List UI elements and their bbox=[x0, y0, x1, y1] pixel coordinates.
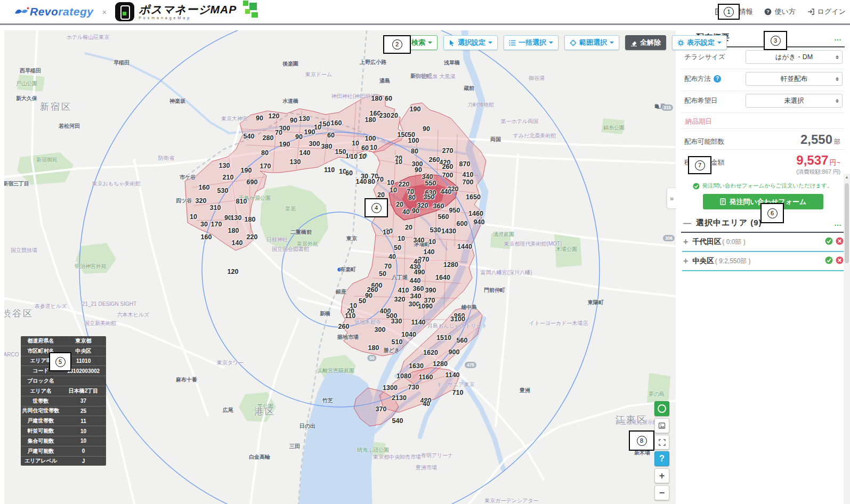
map-place-label: 東京 bbox=[346, 235, 357, 242]
area-count-label: 10 bbox=[370, 144, 377, 151]
map-place-label: 浜離宮恩賜庭園 bbox=[317, 367, 354, 375]
nav-label: ログイン bbox=[817, 7, 846, 17]
setting-select[interactable]: 未選択 bbox=[746, 94, 843, 108]
area-remove-button[interactable] bbox=[833, 256, 844, 266]
info-value: 10 bbox=[61, 438, 106, 444]
area-count-label: 550 bbox=[425, 180, 436, 187]
sidebar-collapse-tab[interactable]: » bbox=[667, 188, 676, 209]
price-value: 9,537 bbox=[796, 153, 828, 167]
ward-label: 新宿区 bbox=[40, 101, 72, 113]
overview-menu-button[interactable]: … bbox=[834, 34, 843, 42]
map-place-label: 神楽坂 bbox=[169, 97, 185, 105]
area-count-label: 10 bbox=[390, 186, 397, 194]
area-remove-button[interactable] bbox=[833, 237, 844, 247]
expand-plus-icon[interactable]: + bbox=[683, 256, 688, 266]
info-panel-row: ブロック名 bbox=[21, 376, 106, 386]
posmanage-logo[interactable]: ポスマネージMAP PosmanageMap bbox=[115, 2, 237, 21]
map-place-label: 御谷湯 bbox=[529, 75, 545, 82]
area-count-label: 510 bbox=[392, 338, 403, 346]
map-place-label: 東陽町 bbox=[588, 299, 604, 306]
annotation-marker-2: 2 bbox=[383, 35, 411, 54]
toolbar-target-button[interactable]: 範囲選択 bbox=[564, 35, 619, 50]
area-count-label: 190 bbox=[241, 167, 252, 174]
nav-login[interactable]: ログイン bbox=[807, 7, 846, 17]
toolbar-eraser-button[interactable]: 全解除 bbox=[625, 35, 666, 50]
area-count-label: 90 bbox=[415, 166, 422, 174]
area-count-label: 40 bbox=[423, 400, 430, 408]
order-note-text: 発注問い合わせフォームからご注文いただけます。 bbox=[702, 182, 832, 190]
area-check-button[interactable] bbox=[822, 237, 833, 247]
sidebar: — 配布概要 … チラシサイズはがき・DM配布方法?軒並配布配布希望日未選択 納… bbox=[676, 25, 850, 504]
select-arrows-icon bbox=[836, 97, 839, 104]
area-count-label: 390 bbox=[425, 287, 436, 294]
area-count-label: 70 bbox=[275, 129, 282, 136]
toolbar-gear-button[interactable]: 表示設定 bbox=[672, 35, 727, 50]
area-count-label: 50 bbox=[379, 270, 386, 278]
setting-select[interactable]: 軒並配布 bbox=[746, 72, 843, 86]
map-place-label: 東京ガーデンシアター bbox=[484, 497, 538, 504]
selected-area-row[interactable]: +中央区( 9:2,550部 ) bbox=[683, 252, 844, 270]
info-panel-row: 軒並可能数10 bbox=[21, 426, 106, 436]
area-count-label: 80 bbox=[368, 178, 375, 185]
map-place-label: 日の出 bbox=[299, 422, 315, 430]
map-place-label: 新宿三丁目 bbox=[4, 180, 29, 188]
selected-area-row[interactable]: +千代田区( 0:0部 ) bbox=[683, 233, 844, 251]
ward-label: 渋谷区 bbox=[4, 307, 34, 320]
setting-row: 配布希望日未選択 bbox=[684, 91, 843, 110]
area-count-label: 1300 bbox=[383, 384, 398, 392]
area-count-label: 130 bbox=[299, 115, 310, 123]
area-count-label: 560 bbox=[457, 337, 468, 344]
toolbar-list-button[interactable]: 一括選択 bbox=[504, 35, 558, 50]
expand-plus-icon[interactable]: + bbox=[683, 237, 688, 247]
map-place-label: 麻布十番 bbox=[176, 376, 197, 384]
scrollbar-up-arrow[interactable]: ▲ bbox=[844, 174, 850, 181]
setting-select[interactable]: はがき・DM bbox=[746, 50, 843, 64]
area-count-label: 140 bbox=[232, 239, 243, 247]
info-value: J bbox=[61, 458, 106, 464]
revorategy-logo[interactable]: Revorategy bbox=[14, 5, 93, 18]
area-count-label: 1460 bbox=[468, 210, 483, 217]
area-count-label: 10 bbox=[387, 179, 394, 186]
sidebar-scrollbar-thumb[interactable] bbox=[845, 183, 849, 263]
area-count-label: 190 bbox=[410, 105, 421, 113]
toolbar-button-label: 一括選択 bbox=[519, 38, 546, 47]
area-count-label: 320 bbox=[196, 197, 207, 205]
info-panel-row: 都道府県名東京都 bbox=[21, 336, 106, 346]
map-place-label: キッザニア東京 bbox=[436, 381, 474, 388]
area-count-label: 410 bbox=[463, 171, 474, 178]
help-icon[interactable]: ? bbox=[714, 75, 721, 83]
header-divider bbox=[0, 23, 850, 25]
map-place-label: 銀座 bbox=[336, 288, 346, 296]
nav-question[interactable]: ?使い方 bbox=[764, 7, 795, 17]
map-place-label: PARCO bbox=[4, 352, 19, 357]
map-place-label: 両国 bbox=[490, 136, 501, 143]
fullscreen-button[interactable] bbox=[654, 435, 669, 450]
map-place-label: 東京おもちゃ美術館 bbox=[92, 180, 141, 188]
zoom-out-button[interactable]: − bbox=[654, 485, 669, 500]
annotation-number: 7 bbox=[695, 160, 705, 170]
toolbar-cursor-button[interactable]: 選択設定 bbox=[443, 35, 498, 50]
selected-areas-menu-button[interactable]: … bbox=[834, 219, 843, 227]
ward-label: 江東区 bbox=[616, 413, 647, 426]
collapse-section-icon[interactable]: — bbox=[683, 218, 691, 227]
help-button[interactable]: ? bbox=[654, 451, 669, 466]
area-count-label: 260 bbox=[442, 163, 454, 170]
area-count-label: 810 bbox=[236, 198, 247, 205]
info-label: エリアレベル bbox=[21, 457, 61, 465]
area-count-label: 10 bbox=[352, 140, 359, 147]
area-count-label: 260 bbox=[338, 323, 350, 330]
area-count-label: 50 bbox=[394, 244, 401, 251]
area-count-label: 950 bbox=[449, 207, 460, 214]
road-shield: 475 bbox=[465, 362, 476, 368]
area-count-label: 300 bbox=[309, 140, 320, 148]
zoom-in-button[interactable]: + bbox=[654, 468, 669, 483]
area-count-label: 10 bbox=[428, 238, 436, 246]
location-button[interactable] bbox=[654, 401, 669, 416]
map-place-label: 新大久保 bbox=[16, 95, 37, 102]
imagery-button[interactable] bbox=[654, 418, 669, 433]
area-count-label: 90 bbox=[295, 133, 303, 141]
annotation-number: 5 bbox=[55, 357, 66, 367]
area-check-button[interactable] bbox=[822, 256, 833, 266]
area-count-label: 80 bbox=[411, 148, 418, 155]
map-place-label: 新宿御苑 bbox=[36, 156, 58, 164]
